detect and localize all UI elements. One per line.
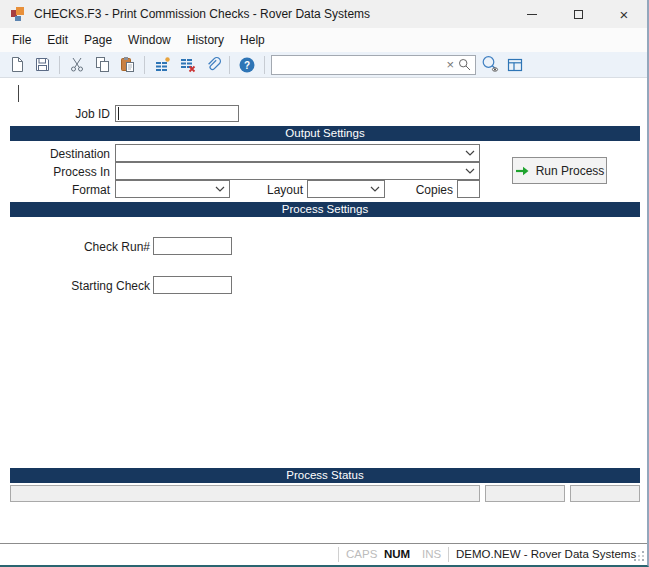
toolbar-separator <box>229 56 230 74</box>
num-lock-indicator: NUM <box>384 548 410 560</box>
menu-file[interactable]: File <box>12 33 31 47</box>
status-time-field <box>570 485 640 502</box>
menu-bar: File Edit Page Window History Help <box>0 28 647 52</box>
minimize-button[interactable] <box>509 0 555 28</box>
close-button[interactable]: × <box>601 0 647 28</box>
session-account-label: DEMO.NEW - Rover Data Systems <box>456 548 636 560</box>
insert-detail-icon <box>154 56 171 73</box>
cut-icon <box>69 56 86 73</box>
toolbar-search: × <box>271 55 476 75</box>
starting-check-label: Starting Check <box>0 279 150 293</box>
app-logo-icon <box>10 6 26 22</box>
delete-detail-button[interactable] <box>176 54 198 76</box>
search-clear-icon[interactable]: × <box>443 56 457 74</box>
svg-text:?: ? <box>244 59 250 70</box>
close-icon: × <box>620 7 629 22</box>
save-button[interactable] <box>31 54 53 76</box>
run-process-button[interactable]: Run Process <box>512 157 607 184</box>
caps-lock-indicator: CAPS <box>346 548 377 560</box>
title-bar: CHECKS.F3 - Print Commission Checks - Ro… <box>0 0 647 28</box>
attachment-button[interactable] <box>201 54 223 76</box>
toolbar-separator <box>59 56 60 74</box>
menu-history[interactable]: History <box>187 33 224 47</box>
menu-help[interactable]: Help <box>240 33 265 47</box>
layout-select[interactable] <box>307 180 385 198</box>
browse-table-icon <box>506 56 524 74</box>
menu-window[interactable]: Window <box>128 33 171 47</box>
status-counter-field <box>485 485 565 502</box>
app-window: CHECKS.F3 - Print Commission Checks - Ro… <box>0 0 649 567</box>
toolbar-separator <box>144 56 145 74</box>
save-icon <box>34 56 51 73</box>
maximize-icon <box>574 10 583 19</box>
toolbar-separator <box>264 56 265 74</box>
paste-button[interactable] <box>116 54 138 76</box>
process-in-select[interactable] <box>115 162 480 180</box>
check-run-label: Check Run# <box>0 240 150 254</box>
help-button[interactable]: ? <box>236 54 258 76</box>
cut-button[interactable] <box>66 54 88 76</box>
job-id-input[interactable] <box>115 105 239 122</box>
copies-input[interactable] <box>457 180 480 198</box>
copy-button[interactable] <box>91 54 113 76</box>
run-process-label: Run Process <box>536 164 605 178</box>
process-status-header: Process Status <box>10 468 640 483</box>
chevron-down-icon <box>215 186 225 192</box>
menu-edit[interactable]: Edit <box>47 33 68 47</box>
format-label: Format <box>0 183 110 197</box>
menu-page[interactable]: Page <box>84 33 112 47</box>
attachment-icon <box>204 56 221 73</box>
insert-detail-button[interactable] <box>151 54 173 76</box>
destination-select[interactable] <box>115 144 480 162</box>
statusbar-separator <box>338 547 339 562</box>
window-controls: × <box>509 0 647 28</box>
status-bar: CAPS NUM INS DEMO.NEW - Rover Data Syste… <box>0 543 647 565</box>
copy-icon <box>94 56 111 73</box>
chevron-down-icon <box>370 186 380 192</box>
process-settings-header: Process Settings <box>10 202 640 217</box>
minimize-icon <box>527 14 537 15</box>
browse-table-button[interactable] <box>504 54 526 76</box>
chevron-down-icon <box>465 150 475 156</box>
layout-label: Layout <box>233 183 303 197</box>
run-arrow-icon <box>515 164 530 178</box>
form-area: Job ID Output Settings Destination Proce… <box>0 78 647 543</box>
destination-label: Destination <box>0 147 110 161</box>
insert-mode-indicator: INS <box>422 548 441 560</box>
starting-check-input[interactable] <box>153 276 232 294</box>
format-select[interactable] <box>115 180 230 198</box>
window-title: CHECKS.F3 - Print Commission Checks - Ro… <box>34 7 370 21</box>
status-message-field <box>10 485 480 502</box>
resize-grip[interactable] <box>642 559 644 561</box>
paste-icon <box>119 56 136 73</box>
job-id-label: Job ID <box>0 107 110 121</box>
output-settings-header: Output Settings <box>10 126 640 141</box>
check-run-input[interactable] <box>153 237 232 255</box>
find-record-icon <box>481 55 500 74</box>
search-icon[interactable] <box>457 58 475 71</box>
text-caret <box>18 85 19 102</box>
copies-label: Copies <box>390 183 453 197</box>
help-icon: ? <box>238 56 256 74</box>
process-in-label: Process In <box>0 165 110 179</box>
new-document-icon <box>9 56 26 73</box>
input-caret <box>118 107 119 120</box>
new-document-button[interactable] <box>6 54 28 76</box>
statusbar-separator <box>448 547 449 562</box>
chevron-down-icon <box>465 168 475 174</box>
search-input[interactable] <box>272 57 443 73</box>
maximize-button[interactable] <box>555 0 601 28</box>
delete-detail-icon <box>179 56 196 73</box>
toolbar: ? × <box>0 52 647 78</box>
find-record-button[interactable] <box>479 54 501 76</box>
